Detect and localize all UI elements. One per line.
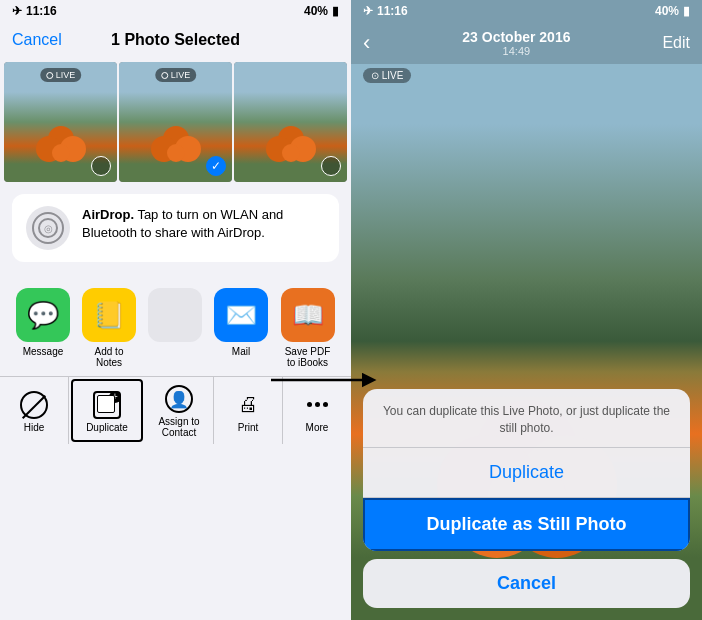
hide-icon [20,391,48,419]
back-button[interactable]: ‹ [363,30,370,56]
photo-select-3[interactable] [321,156,341,176]
share-item-message[interactable]: 💬 Message [16,288,70,368]
airdrop-description: AirDrop. Tap to turn on WLAN and Bluetoo… [82,206,325,242]
live-badge-right: ⊙ LIVE [363,68,411,83]
hide-label: Hide [24,422,45,433]
page-title: 1 Photo Selected [111,31,240,49]
photo-thumb-1[interactable]: LIVE [4,62,117,182]
live-badge-2: LIVE [155,68,197,82]
notes-icon: 📒 [82,288,136,342]
photo-date: 23 October 2016 [462,29,570,45]
share-item-ibooks[interactable]: 📖 Save PDF to iBooks [280,288,335,368]
arrow-annotation [261,362,381,398]
duplicate-still-button[interactable]: Duplicate as Still Photo [363,498,690,551]
edit-button[interactable]: Edit [662,34,690,52]
blank-icon [148,288,202,342]
airplane-icon: ✈ [12,4,22,18]
message-label: Message [23,346,64,357]
action-duplicate[interactable]: + Duplicate [71,379,143,442]
right-airplane-icon: ✈ [363,4,373,18]
message-icon: 💬 [16,288,70,342]
status-bar-right: ✈ 11:16 40% ▮ [351,0,702,22]
share-item-mail[interactable]: ✉️ Mail [214,288,268,368]
nav-center: 23 October 2016 14:49 [462,29,570,57]
status-time: 11:16 [26,4,57,18]
duplicate-icon: + [93,391,121,419]
assign-icon: 👤 [165,385,193,413]
action-hide[interactable]: Hide [0,377,69,444]
mail-icon: ✉️ [214,288,268,342]
mail-label: Mail [232,346,250,357]
photo-thumb-2[interactable]: LIVE ✓ [119,62,232,182]
dialog-cancel-button[interactable]: Cancel [363,559,690,608]
notes-label: Add to Notes [82,346,136,368]
right-panel: ✈ 11:16 40% ▮ ‹ 23 October 2016 14:49 Ed… [351,0,702,620]
photo-thumb-3[interactable] [234,62,347,182]
right-battery-icon: ▮ [683,4,690,18]
right-battery-level: 40% [655,4,679,18]
dialog-overlay: You can duplicate this Live Photo, or ju… [351,377,702,620]
more-label: More [306,422,329,433]
battery-level: 40% [304,4,328,18]
action-assign[interactable]: 👤 Assign to Contact [145,377,214,444]
print-icon: 🖨 [234,391,262,419]
airdrop-rings-icon: ◎ [34,214,62,242]
photo-time: 14:49 [462,45,570,57]
cancel-button[interactable]: Cancel [12,31,62,49]
battery-icon: ▮ [332,4,339,18]
assign-label: Assign to Contact [149,416,209,438]
nav-bar: Cancel 1 Photo Selected [0,22,351,58]
live-badge-1: LIVE [40,68,82,82]
right-nav: ‹ 23 October 2016 14:49 Edit [351,22,702,64]
photo-select-1[interactable] [91,156,111,176]
share-item-notes[interactable]: 📒 Add to Notes [82,288,136,368]
airdrop-icon: ◎ [26,206,70,250]
left-panel: ✈ 11:16 40% ▮ Cancel 1 Photo Selected LI… [0,0,351,620]
dialog-box: You can duplicate this Live Photo, or ju… [363,389,690,551]
print-label: Print [238,422,259,433]
duplicate-button[interactable]: Duplicate [363,448,690,498]
right-status-time: 11:16 [377,4,408,18]
status-bar-left: ✈ 11:16 40% ▮ [0,0,351,22]
airdrop-section[interactable]: ◎ AirDrop. Tap to turn on WLAN and Bluet… [12,194,339,262]
dialog-message: You can duplicate this Live Photo, or ju… [363,389,690,448]
share-item-blank [148,288,202,368]
photos-grid: LIVE LIVE ✓ [0,58,351,186]
photo-select-2[interactable]: ✓ [206,156,226,176]
duplicate-label: Duplicate [86,422,128,433]
ibooks-icon: 📖 [281,288,335,342]
